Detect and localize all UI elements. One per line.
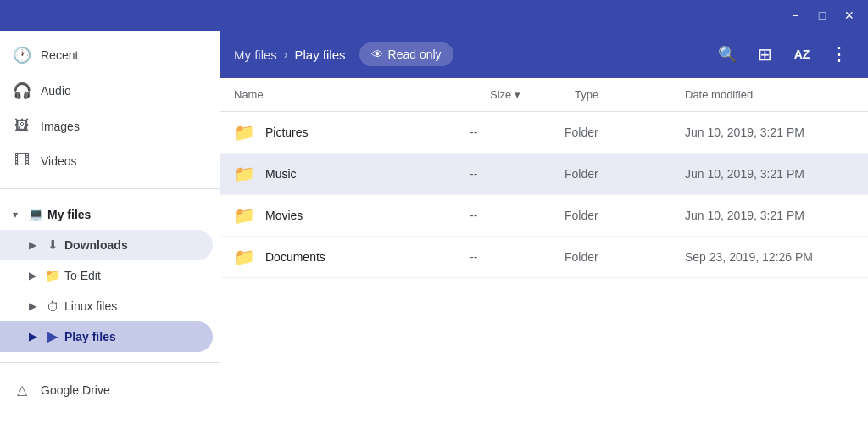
file-name: Pictures bbox=[265, 126, 459, 139]
table-row[interactable]: 📁 Music -- Folder Jun 10, 2019, 3:21 PM bbox=[220, 154, 868, 195]
grid-icon: ⊞ bbox=[758, 44, 772, 64]
expand-arrow-toedit-icon: ▶ bbox=[24, 267, 41, 284]
sidebar-item-recent[interactable]: 🕐 Recent bbox=[0, 37, 213, 73]
column-size[interactable]: Size ▾ bbox=[490, 88, 575, 101]
breadcrumb-root[interactable]: My files bbox=[234, 47, 277, 62]
expand-arrow-playfiles-icon: ▶ bbox=[24, 328, 41, 345]
maximize-button[interactable]: □ bbox=[810, 3, 834, 27]
sidebar-myfiles-label: My files bbox=[47, 208, 91, 221]
minimize-button[interactable]: − bbox=[783, 3, 807, 27]
sort-button[interactable]: AZ bbox=[787, 39, 817, 70]
sidebar-bottom-section: △ Google Drive bbox=[0, 366, 220, 413]
sidebar-divider-2 bbox=[0, 362, 220, 363]
folder-icon: 📁 bbox=[234, 122, 255, 142]
readonly-label: Read only bbox=[388, 47, 442, 61]
file-name: Music bbox=[265, 167, 459, 181]
sidebar-item-label: Google Drive bbox=[41, 383, 110, 397]
sidebar-item-label: Images bbox=[41, 120, 80, 133]
sidebar-divider bbox=[0, 188, 220, 189]
sidebar-item-label: Recent bbox=[41, 48, 78, 62]
column-date[interactable]: Date modified bbox=[685, 88, 854, 101]
sidebar-item-label: To Edit bbox=[64, 269, 101, 282]
videos-icon: 🎞 bbox=[14, 152, 31, 170]
more-icon: ⋮ bbox=[830, 43, 849, 65]
sidebar-item-my-files[interactable]: ▾ 💻 My files bbox=[0, 199, 213, 230]
readonly-badge[interactable]: 👁 Read only bbox=[359, 42, 453, 66]
eye-icon: 👁 bbox=[371, 47, 383, 61]
expand-arrow-icon: ▾ bbox=[7, 206, 24, 223]
sidebar-item-audio[interactable]: 🎧 Audio bbox=[0, 73, 213, 109]
more-button[interactable]: ⋮ bbox=[824, 39, 854, 70]
main-container: 🕐 Recent 🎧 Audio 🖼 Images 🎞 Videos ▾ 💻 bbox=[0, 31, 868, 441]
table-row[interactable]: 📁 Documents -- Folder Sep 23, 2019, 12:2… bbox=[220, 237, 868, 278]
folder-icon: 📁 bbox=[44, 267, 61, 284]
folder-icon: 📁 bbox=[234, 247, 255, 267]
linux-icon: ⏱ bbox=[44, 298, 61, 315]
file-date: Jun 10, 2019, 3:21 PM bbox=[685, 167, 854, 181]
sidebar-top-section: 🕐 Recent 🎧 Audio 🖼 Images 🎞 Videos bbox=[0, 31, 220, 185]
sidebar-item-videos[interactable]: 🎞 Videos bbox=[0, 143, 213, 178]
sidebar-item-linux-files[interactable]: ▶ ⏱ Linux files bbox=[0, 291, 213, 321]
sidebar-item-label: Linux files bbox=[64, 299, 117, 313]
file-date: Sep 23, 2019, 12:26 PM bbox=[685, 250, 854, 264]
breadcrumb-separator: › bbox=[284, 47, 288, 61]
column-type[interactable]: Type bbox=[575, 88, 685, 101]
images-icon: 🖼 bbox=[14, 117, 31, 135]
play-icon: ▶ bbox=[44, 328, 61, 345]
search-button[interactable]: 🔍 bbox=[712, 39, 743, 70]
breadcrumb-current: Play files bbox=[295, 47, 346, 62]
toolbar: My files › Play files 👁 Read only 🔍 ⊞ AZ… bbox=[220, 31, 868, 78]
downloads-icon: ⬇ bbox=[44, 237, 61, 254]
sort-icon: AZ bbox=[794, 47, 810, 61]
close-button[interactable]: ✕ bbox=[837, 3, 861, 27]
sidebar-myfiles-section: ▾ 💻 My files ▶ ⬇ Downloads ▶ 📁 To Edit ▶… bbox=[0, 193, 220, 359]
file-name: Movies bbox=[265, 209, 459, 222]
file-date: Jun 10, 2019, 3:21 PM bbox=[685, 126, 854, 139]
file-name: Documents bbox=[265, 250, 459, 264]
recent-icon: 🕐 bbox=[14, 46, 31, 64]
titlebar: − □ ✕ bbox=[0, 0, 868, 31]
sidebar-item-downloads[interactable]: ▶ ⬇ Downloads bbox=[0, 230, 213, 260]
sidebar-item-label: Play files bbox=[64, 330, 116, 343]
google-drive-icon: △ bbox=[14, 382, 31, 398]
column-name[interactable]: Name bbox=[234, 88, 490, 101]
file-type: Folder bbox=[565, 250, 675, 264]
table-row[interactable]: 📁 Movies -- Folder Jun 10, 2019, 3:21 PM bbox=[220, 195, 868, 237]
sidebar-item-to-edit[interactable]: ▶ 📁 To Edit bbox=[0, 260, 213, 291]
audio-icon: 🎧 bbox=[14, 81, 31, 100]
sidebar: 🕐 Recent 🎧 Audio 🖼 Images 🎞 Videos ▾ 💻 bbox=[0, 31, 220, 441]
breadcrumb: My files › Play files bbox=[234, 47, 346, 62]
grid-view-button[interactable]: ⊞ bbox=[749, 39, 780, 70]
expand-arrow-downloads-icon: ▶ bbox=[24, 237, 41, 254]
file-size: -- bbox=[470, 167, 554, 181]
laptop-icon: 💻 bbox=[27, 206, 44, 223]
content-area: My files › Play files 👁 Read only 🔍 ⊞ AZ… bbox=[220, 31, 868, 441]
file-size: -- bbox=[470, 209, 554, 222]
expand-arrow-linux-icon: ▶ bbox=[24, 298, 41, 315]
sidebar-item-google-drive[interactable]: △ Google Drive bbox=[0, 373, 213, 406]
sidebar-item-play-files[interactable]: ▶ ▶ Play files bbox=[0, 321, 213, 352]
search-icon: 🔍 bbox=[718, 45, 737, 64]
file-size: -- bbox=[470, 126, 554, 139]
file-size: -- bbox=[470, 250, 554, 264]
sidebar-item-label: Audio bbox=[41, 84, 71, 98]
table-row[interactable]: 📁 Pictures -- Folder Jun 10, 2019, 3:21 … bbox=[220, 112, 868, 154]
sort-indicator: ▾ bbox=[515, 88, 520, 101]
file-list-header: Name Size ▾ Type Date modified bbox=[220, 78, 868, 112]
file-type: Folder bbox=[565, 126, 675, 139]
sidebar-item-label: Videos bbox=[41, 154, 77, 168]
file-type: Folder bbox=[565, 167, 675, 181]
file-date: Jun 10, 2019, 3:21 PM bbox=[685, 209, 854, 222]
file-type: Folder bbox=[565, 209, 675, 222]
file-list: Name Size ▾ Type Date modified 📁 Picture… bbox=[220, 78, 868, 441]
folder-icon: 📁 bbox=[234, 164, 255, 184]
folder-icon: 📁 bbox=[234, 205, 255, 226]
sidebar-item-images[interactable]: 🖼 Images bbox=[0, 109, 213, 143]
sidebar-item-label: Downloads bbox=[64, 238, 128, 252]
